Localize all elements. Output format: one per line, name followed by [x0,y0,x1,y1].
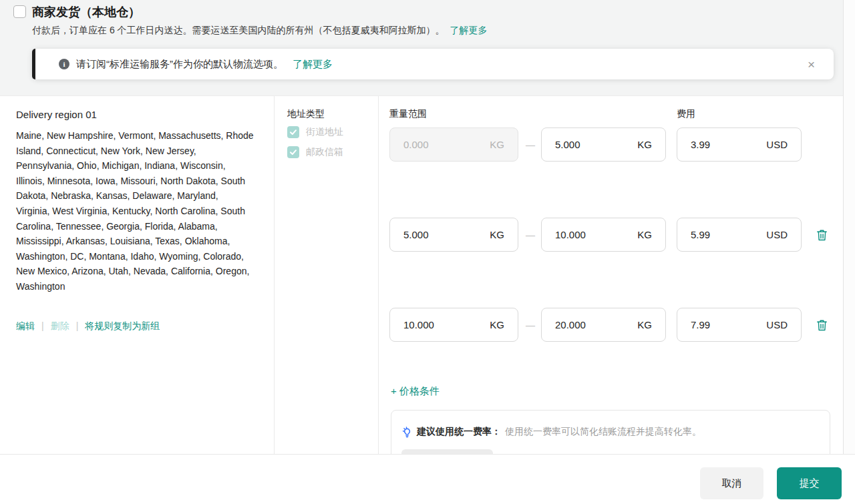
weight-max-input[interactable]: 5.000 KG [541,128,666,162]
info-icon: i [59,59,69,69]
banner-text: 请订阅“标准运输服务”作为你的默认物流选项。 [76,58,283,71]
cancel-button[interactable]: 取消 [700,467,763,499]
banner-learn-more-link[interactable]: 了解更多 [293,58,333,71]
fee-unit-label: USD [766,229,788,240]
weight-max-value: 20.000 [555,319,586,330]
subscription-banner: i 请订阅“标准运输服务”作为你的默认物流选项。 了解更多 × [32,49,834,79]
weight-min-input: 0.000 KG [389,128,518,162]
delete-row-button[interactable] [816,318,828,332]
rate-row: 10.000 KG — 20.000 KG 7.99 USD [0,308,843,342]
fee-unit-label: USD [766,319,788,330]
submit-button[interactable]: 提交 [777,467,842,499]
fee-header: 费用 [677,108,695,120]
header-learn-more-link[interactable]: 了解更多 [450,25,488,35]
weight-max-value: 10.000 [555,229,586,240]
fee-unit-label: USD [766,139,788,150]
weight-unit-label: KG [490,229,504,240]
suggestion-text: 使用统一费率可以简化结账流程并提高转化率。 [505,426,701,438]
weight-unit-label: KG [637,229,652,240]
weight-max-input[interactable]: 20.000 KG [541,308,666,342]
weight-min-input[interactable]: 5.000 KG [389,218,518,252]
banner-accent-bar [32,49,35,79]
add-price-condition-link[interactable]: + 价格条件 [391,385,440,398]
weight-max-input[interactable]: 10.000 KG [541,218,666,252]
weight-min-value: 0.000 [403,139,429,150]
range-separator: — [522,218,538,252]
weight-max-value: 5.000 [555,139,580,150]
merchant-shipping-checkbox[interactable] [13,5,26,18]
range-separator: — [522,308,538,342]
fee-value: 5.99 [691,229,710,240]
flat-rate-suggestion-card: 建议使用统一费率： 使用统一费率可以简化结账流程并提高转化率。 [391,410,830,454]
shipping-settings-dialog: 商家发货（本地仓） 付款后，订单应在 6 个工作日内送达。需要运送至美国内陆的所… [0,0,855,504]
subtitle-text: 付款后，订单应在 6 个工作日内送达。需要运送至美国内陆的所有州（不包括夏威夷和… [32,25,445,35]
fee-value: 7.99 [691,319,710,330]
suggestion-line: 建议使用统一费率： 使用统一费率可以简化结账流程并提高转化率。 [401,426,701,438]
scrollbar-track[interactable] [843,0,855,454]
fee-value: 3.99 [691,139,710,150]
delete-row-button[interactable] [816,228,828,242]
weight-range-header: 重量范围 [389,108,427,120]
rate-row: 0.000 KG — 5.000 KG 3.99 USD [0,128,843,162]
shipping-subtitle: 付款后，订单应在 6 个工作日内送达。需要运送至美国内陆的所有州（不包括夏威夷和… [32,23,488,37]
weight-min-value: 10.000 [403,319,434,330]
address-type-header: 地址类型 [287,108,325,120]
fee-input[interactable]: 3.99 USD [677,128,802,162]
lightbulb-icon [401,427,413,438]
region-title: Delivery region 01 [16,109,97,120]
weight-unit-label: KG [637,139,652,150]
weight-unit-label: KG [490,319,504,330]
fee-input[interactable]: 7.99 USD [677,308,802,342]
fee-input[interactable]: 5.99 USD [677,218,802,252]
header-section: 商家发货（本地仓） 付款后，订单应在 6 个工作日内送达。需要运送至美国内陆的所… [0,0,843,95]
dialog-footer: 取消 提交 [0,454,855,504]
suggestion-title: 建议使用统一费率： [417,426,501,438]
rule-content-panel: Delivery region 01 Maine, New Hampshire,… [0,95,843,454]
close-icon[interactable]: × [808,58,815,71]
weight-min-value: 5.000 [403,229,429,240]
weight-min-input[interactable]: 10.000 KG [389,308,518,342]
range-separator: — [522,128,538,162]
apply-flat-rate-button[interactable] [401,449,493,454]
rate-row: 5.000 KG — 10.000 KG 5.99 USD [0,218,843,252]
page-title: 商家发货（本地仓） [32,3,140,21]
weight-unit-label: KG [490,139,504,150]
weight-unit-label: KG [637,319,652,330]
